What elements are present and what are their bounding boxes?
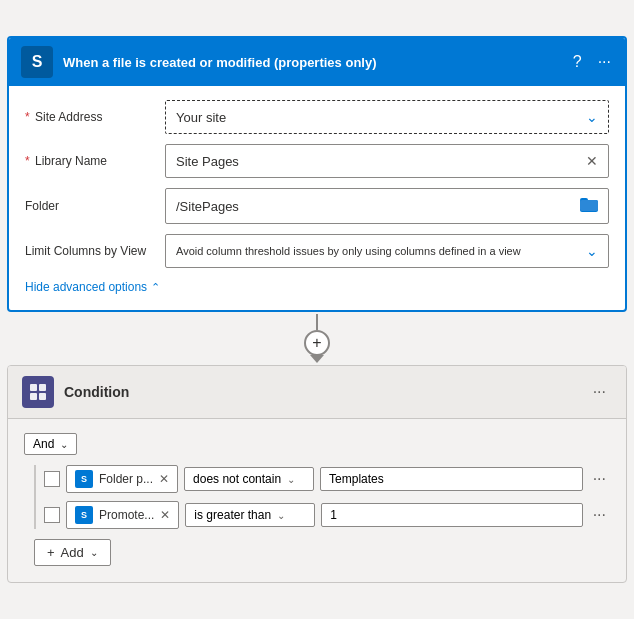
row1-token-close[interactable]: ✕ (159, 472, 169, 486)
add-step-button[interactable]: + (304, 330, 330, 356)
site-address-input[interactable]: Your site ⌄ (165, 100, 609, 134)
row2-value-input[interactable] (321, 503, 582, 527)
limit-columns-row: Limit Columns by View Avoid column thres… (25, 234, 609, 268)
condition-body: And ⌄ S Folder p... ✕ does not contain (8, 419, 626, 582)
hide-advanced-label: Hide advanced options (25, 280, 147, 294)
condition-header: Condition ··· (8, 366, 626, 419)
more-icon: ··· (598, 53, 611, 71)
row1-token-icon: S (75, 470, 93, 488)
library-name-input[interactable]: Site Pages ✕ (165, 144, 609, 178)
library-name-label: * Library Name (25, 154, 165, 168)
chevron-down-icon: ⌄ (60, 439, 68, 450)
trigger-more-button[interactable]: ··· (596, 51, 613, 73)
row2-operator[interactable]: is greater than ⌄ (185, 503, 315, 527)
chevron-down-icon: ⌄ (90, 547, 98, 558)
help-icon: ? (573, 53, 582, 71)
folder-row: Folder /SitePages (25, 188, 609, 224)
row1-checkbox[interactable] (44, 471, 60, 487)
row2-token[interactable]: S Promote... ✕ (66, 501, 179, 529)
trigger-actions: ? ··· (571, 51, 613, 73)
trigger-header: S When a file is created or modified (pr… (9, 38, 625, 86)
plus-icon: + (312, 334, 321, 352)
row1-operator-label: does not contain (193, 472, 281, 486)
trigger-icon: S (21, 46, 53, 78)
row2-token-icon: S (75, 506, 93, 524)
add-button[interactable]: + Add ⌄ (34, 539, 111, 566)
required-marker: * (25, 110, 30, 124)
condition-more-button[interactable]: ··· (587, 381, 612, 403)
chevron-down-icon: ⌄ (277, 510, 285, 521)
plus-icon: + (47, 545, 55, 560)
add-label: Add (61, 545, 84, 560)
chevron-down-icon: ⌄ (586, 109, 598, 125)
limit-columns-label: Limit Columns by View (25, 244, 165, 258)
site-address-label: * Site Address (25, 110, 165, 124)
condition-rows: S Folder p... ✕ does not contain ⌄ ··· (34, 465, 610, 529)
row1-more-button[interactable]: ··· (589, 468, 610, 490)
site-address-row: * Site Address Your site ⌄ (25, 100, 609, 134)
trigger-title: When a file is created or modified (prop… (63, 55, 561, 70)
condition-row-1: S Folder p... ✕ does not contain ⌄ ··· (44, 465, 610, 493)
hide-advanced-button[interactable]: Hide advanced options ⌃ (25, 278, 160, 296)
and-dropdown[interactable]: And ⌄ (24, 433, 77, 455)
library-name-row: * Library Name Site Pages ✕ (25, 144, 609, 178)
row1-token-text: Folder p... (99, 472, 153, 486)
row2-checkbox[interactable] (44, 507, 60, 523)
connector-line-top (316, 314, 318, 330)
chevron-down-icon: ⌄ (287, 474, 295, 485)
required-marker: * (25, 154, 30, 168)
row1-operator[interactable]: does not contain ⌄ (184, 467, 314, 491)
chevron-up-icon: ⌃ (151, 281, 160, 294)
row2-more-button[interactable]: ··· (589, 504, 610, 526)
canvas: S When a file is created or modified (pr… (7, 36, 627, 583)
svg-rect-2 (580, 200, 598, 211)
connector: + (304, 314, 330, 363)
and-label: And (33, 437, 54, 451)
row2-token-text: Promote... (99, 508, 154, 522)
condition-row-2: S Promote... ✕ is greater than ⌄ ··· (44, 501, 610, 529)
condition-title: Condition (64, 384, 577, 400)
more-icon: ··· (593, 383, 606, 400)
folder-label: Folder (25, 199, 165, 213)
svg-rect-6 (39, 393, 46, 400)
connector-arrow (310, 355, 324, 363)
limit-columns-input[interactable]: Avoid column threshold issues by only us… (165, 234, 609, 268)
condition-icon (22, 376, 54, 408)
row2-token-close[interactable]: ✕ (160, 508, 170, 522)
trigger-card: S When a file is created or modified (pr… (7, 36, 627, 312)
folder-input[interactable]: /SitePages (165, 188, 609, 224)
folder-icon (580, 196, 598, 216)
row1-value-input[interactable] (320, 467, 583, 491)
trigger-body: * Site Address Your site ⌄ * Library Nam… (9, 86, 625, 310)
row1-token[interactable]: S Folder p... ✕ (66, 465, 178, 493)
clear-icon[interactable]: ✕ (586, 153, 598, 169)
svg-rect-5 (30, 393, 37, 400)
svg-rect-4 (39, 384, 46, 391)
row2-operator-label: is greater than (194, 508, 271, 522)
svg-rect-3 (30, 384, 37, 391)
chevron-down-icon: ⌄ (586, 243, 598, 259)
condition-card: Condition ··· And ⌄ S Folder p... (7, 365, 627, 583)
trigger-help-button[interactable]: ? (571, 51, 584, 73)
